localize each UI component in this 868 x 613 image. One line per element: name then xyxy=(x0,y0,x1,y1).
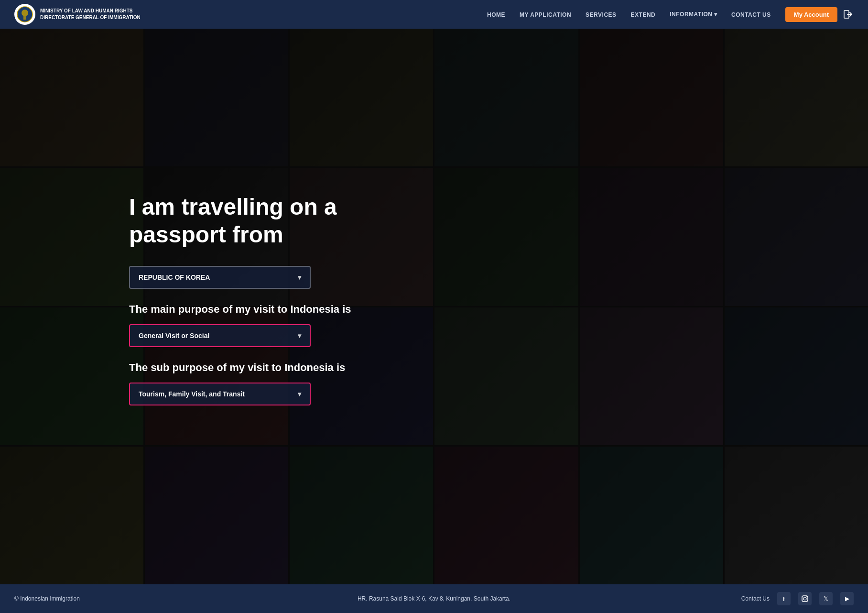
svg-point-5 xyxy=(803,597,806,600)
navbar: MINISTRY OF LAW AND HUMAN RIGHTS DIRECTO… xyxy=(0,0,868,29)
passport-country-select[interactable]: REPUBLIC OF KOREA ▾ xyxy=(129,266,311,289)
brand: MINISTRY OF LAW AND HUMAN RIGHTS DIRECTO… xyxy=(14,4,141,25)
main-nav: HOME MY APPLICATION SERVICES EXTEND INFO… xyxy=(487,10,771,19)
chevron-down-icon: ▾ xyxy=(298,390,301,398)
main-purpose-value: General Visit or Social xyxy=(139,332,209,339)
chevron-down-icon: ▾ xyxy=(298,274,301,281)
footer: © Indonesian Immigration HR. Rasuna Said… xyxy=(0,584,868,613)
main-purpose-label: The main purpose of my visit to Indonesi… xyxy=(129,303,430,316)
passport-select-block: REPUBLIC OF KOREA ▾ xyxy=(129,266,430,289)
hero-section: I am travelling on a passport from REPUB… xyxy=(0,29,868,584)
youtube-icon[interactable]: ▶ xyxy=(840,592,854,605)
my-account-button[interactable]: My Account xyxy=(785,7,837,22)
hero-content: I am travelling on a passport from REPUB… xyxy=(0,193,430,419)
sub-purpose-label: The sub purpose of my visit to Indonesia… xyxy=(129,361,430,374)
main-purpose-block: The main purpose of my visit to Indonesi… xyxy=(129,303,430,347)
brand-text: MINISTRY OF LAW AND HUMAN RIGHTS DIRECTO… xyxy=(40,8,141,21)
footer-right: Contact Us f 𝕏 ▶ xyxy=(644,592,854,605)
twitter-icon[interactable]: 𝕏 xyxy=(819,592,833,605)
sub-purpose-select[interactable]: Tourism, Family Visit, and Transit ▾ xyxy=(129,383,311,405)
nav-services[interactable]: SERVICES xyxy=(586,11,616,18)
main-purpose-select[interactable]: General Visit or Social ▾ xyxy=(129,324,311,347)
sub-purpose-value: Tourism, Family Visit, and Transit xyxy=(139,390,245,398)
nav-home[interactable]: HOME xyxy=(487,11,505,18)
footer-copyright: © Indonesian Immigration xyxy=(14,595,224,602)
nav-contact-us[interactable]: CONTACT US xyxy=(731,11,771,18)
chevron-down-icon: ▾ xyxy=(298,332,301,339)
passport-country-value: REPUBLIC OF KOREA xyxy=(139,274,210,281)
page-title: I am travelling on a passport from xyxy=(129,193,430,248)
logo xyxy=(14,4,35,25)
nav-extend[interactable]: EXTEND xyxy=(631,11,656,18)
nav-my-application[interactable]: MY APPLICATION xyxy=(520,11,571,18)
svg-rect-2 xyxy=(23,16,26,20)
navbar-actions: My Account xyxy=(785,7,854,22)
sub-purpose-block: The sub purpose of my visit to Indonesia… xyxy=(129,361,430,405)
nav-information[interactable]: INFORMATION ▾ xyxy=(670,11,717,18)
footer-address: HR. Rasuna Said Blok X-6, Kav 8, Kuninga… xyxy=(224,595,644,602)
instagram-icon[interactable] xyxy=(798,592,812,605)
footer-contact-link[interactable]: Contact Us xyxy=(741,595,770,602)
facebook-icon[interactable]: f xyxy=(777,592,791,605)
chevron-down-icon: ▾ xyxy=(714,11,717,18)
logout-button[interactable] xyxy=(843,9,854,20)
svg-point-6 xyxy=(806,596,807,597)
svg-point-1 xyxy=(22,10,28,16)
